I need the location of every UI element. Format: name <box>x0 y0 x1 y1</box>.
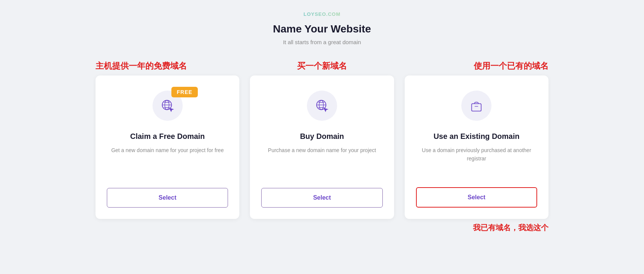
annotation-free: 主机提供一年的免费域名 <box>96 60 239 72</box>
select-button-existing[interactable]: Select <box>416 187 537 208</box>
watermark-text: LOYSEO.COM <box>304 11 340 17</box>
annotation-existing: 使用一个已有的域名 <box>405 60 548 72</box>
card-existing-domain: Use an Existing Domain Use a domain prev… <box>405 75 548 219</box>
select-button-buy[interactable]: Select <box>261 188 382 208</box>
page-subtitle: It all starts from a great domain <box>283 39 361 45</box>
svg-marker-11 <box>324 108 328 112</box>
cards-container: 主机提供一年的免费域名 FREE Claim a Free Domain Get… <box>96 60 548 233</box>
shopping-bag-icon <box>470 99 483 112</box>
select-button-free[interactable]: Select <box>107 188 228 208</box>
card-wrapper-existing: 使用一个已有的域名 Use an Existing Domain Use a d… <box>405 60 548 233</box>
card-title-existing: Use an Existing Domain <box>433 132 519 141</box>
globe-cursor-icon <box>160 99 175 113</box>
card-wrapper-buy: 买一个新域名 Buy Domain Purchase a new domain … <box>250 60 394 233</box>
globe-cursor-icon-buy <box>315 99 329 113</box>
annotation-buy: 买一个新域名 <box>250 60 394 72</box>
free-badge: FREE <box>171 87 197 97</box>
card-desc-existing: Use a domain previously purchased at ano… <box>416 146 537 176</box>
svg-rect-12 <box>472 104 481 111</box>
card-title-buy: Buy Domain <box>300 132 344 141</box>
bottom-annotation-existing: 我已有域名，我选这个 <box>405 223 548 233</box>
card-title-free: Claim a Free Domain <box>130 132 205 141</box>
icon-circle-buy <box>307 91 337 121</box>
card-buy-domain: Buy Domain Purchase a new domain name fo… <box>250 75 394 219</box>
card-wrapper-free: 主机提供一年的免费域名 FREE Claim a Free Domain Get… <box>96 60 239 233</box>
icon-circle-existing <box>461 91 491 121</box>
page-title: Name Your Website <box>273 23 371 35</box>
svg-marker-5 <box>169 108 174 112</box>
card-desc-buy: Purchase a new domain name for your proj… <box>268 146 376 177</box>
icon-circle-free: FREE <box>153 91 183 121</box>
card-desc-free: Get a new domain name for your project f… <box>111 146 224 177</box>
card-free-domain: FREE Claim a Free Domain Get a new domai… <box>96 75 239 219</box>
